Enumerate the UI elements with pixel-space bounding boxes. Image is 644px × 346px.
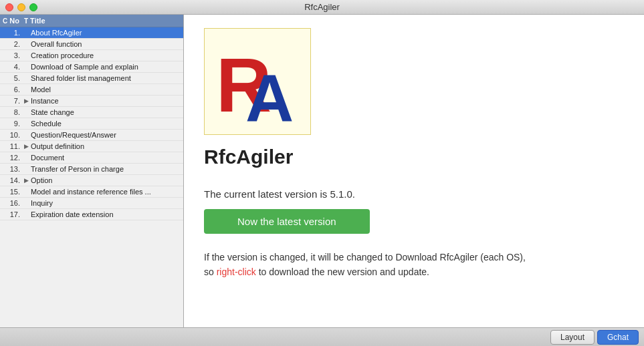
layout-button[interactable]: Layout xyxy=(550,330,595,345)
item-title: Model xyxy=(31,85,181,94)
item-no: 9. xyxy=(3,120,24,128)
version-text: The current latest version is 5.1.0. xyxy=(204,188,355,200)
item-no: 4. xyxy=(3,63,24,71)
sidebar-list: 1.About RfcAgiler2.Overall function3.Cre… xyxy=(0,27,183,220)
info-line1: If the version is changed, it will be ch… xyxy=(204,252,526,263)
sidebar-item[interactable]: 9.Schedule xyxy=(0,118,183,130)
content-area: R A RfcAgiler The current latest version… xyxy=(184,15,644,327)
item-no: 3. xyxy=(3,51,24,59)
item-no: 2. xyxy=(3,40,24,48)
col-title-label: Title xyxy=(30,17,45,25)
item-no: 17. xyxy=(3,210,24,218)
sidebar-item[interactable]: 8.State change xyxy=(0,107,183,118)
app-name: RfcAgiler xyxy=(204,146,293,168)
item-title: Inquiry xyxy=(31,199,181,207)
main-container: C No T Title 1.About RfcAgiler2.Overall … xyxy=(0,15,644,327)
sidebar-item[interactable]: 14.▶Option xyxy=(0,175,183,186)
sidebar-item[interactable]: 16.Inquiry xyxy=(0,198,183,209)
sidebar-item[interactable]: 15.Model and instance reference files ..… xyxy=(0,186,183,198)
item-no: 1. xyxy=(3,29,24,37)
item-no: 5. xyxy=(3,74,24,82)
traffic-lights xyxy=(5,3,37,11)
sidebar-item[interactable]: 5.Shared folder list management xyxy=(0,73,183,84)
sidebar-item[interactable]: 10.Question/Request/Answer xyxy=(0,130,183,141)
item-title: Document xyxy=(31,154,181,162)
sidebar-item[interactable]: 6.Model xyxy=(0,84,183,96)
sidebar-item[interactable]: 3.Creation procedure xyxy=(0,50,183,61)
item-title: Output definition xyxy=(31,142,181,150)
sidebar-item[interactable]: 2.Overall function xyxy=(0,39,183,50)
sidebar-item[interactable]: 7.▶Instance xyxy=(0,96,183,107)
app-logo: R A xyxy=(211,35,304,128)
window-title: RfcAgiler xyxy=(304,2,340,12)
item-no: 7. xyxy=(3,97,24,105)
sidebar-item[interactable]: 1.About RfcAgiler xyxy=(0,27,183,39)
item-title: About RfcAgiler xyxy=(31,29,181,37)
item-no: 12. xyxy=(3,154,24,162)
sidebar-item[interactable]: 11.▶Output definition xyxy=(0,141,183,152)
logo-box: R A xyxy=(204,28,311,135)
item-title: Expiration date extension xyxy=(31,210,181,218)
info-text: If the version is changed, it will be ch… xyxy=(204,250,526,280)
svg-text:A: A xyxy=(245,61,294,128)
item-no: 15. xyxy=(3,188,24,196)
item-no: 16. xyxy=(3,199,24,207)
sidebar-item[interactable]: 12.Document xyxy=(0,152,183,164)
item-no: 8. xyxy=(3,108,24,116)
version-button[interactable]: Now the latest version xyxy=(204,209,370,234)
item-title: Schedule xyxy=(31,120,181,128)
item-title: Instance xyxy=(31,97,181,105)
minimize-button[interactable] xyxy=(17,3,25,11)
gchat-button[interactable]: Gchat xyxy=(597,330,639,345)
item-title: Creation procedure xyxy=(31,51,181,59)
sidebar-header-no: C No xyxy=(3,17,24,25)
item-title: Overall function xyxy=(31,40,181,48)
sidebar-item[interactable]: 4.Download of Sample and explain xyxy=(0,61,183,73)
item-title: Question/Request/Answer xyxy=(31,131,181,139)
item-no: 11. xyxy=(3,142,24,150)
item-title: Download of Sample and explain xyxy=(31,63,181,71)
sidebar-header-title: T Title xyxy=(24,17,181,25)
info-line2-suffix: to download the new version and update. xyxy=(256,267,429,277)
info-line2-prefix: so xyxy=(204,267,217,277)
maximize-button[interactable] xyxy=(29,3,37,11)
item-expand-icon: ▶ xyxy=(24,143,31,150)
item-expand-icon: ▶ xyxy=(24,98,31,104)
close-button[interactable] xyxy=(5,3,13,11)
sidebar-item[interactable]: 17.Expiration date extension xyxy=(0,209,183,220)
item-no: 6. xyxy=(3,85,24,94)
col-no-label: No xyxy=(9,17,19,25)
item-no: 14. xyxy=(3,176,24,184)
item-title: Model and instance reference files ... xyxy=(31,188,181,196)
item-no: 13. xyxy=(3,165,24,173)
sidebar: C No T Title 1.About RfcAgiler2.Overall … xyxy=(0,15,184,327)
sidebar-header: C No T Title xyxy=(0,15,183,27)
sidebar-item[interactable]: 13.Transfer of Person in charge xyxy=(0,164,183,175)
item-title: Option xyxy=(31,176,181,184)
title-bar: RfcAgiler xyxy=(0,0,644,15)
item-no: 10. xyxy=(3,131,24,139)
item-title: Shared folder list management xyxy=(31,74,181,82)
bottom-bar: Layout Gchat xyxy=(0,327,644,346)
item-expand-icon: ▶ xyxy=(24,177,31,184)
item-title: State change xyxy=(31,108,181,116)
col-t-icon: T xyxy=(24,17,28,25)
col-c-icon: C xyxy=(3,17,7,25)
right-click-text: right-click xyxy=(217,267,256,277)
item-title: Transfer of Person in charge xyxy=(31,165,181,173)
